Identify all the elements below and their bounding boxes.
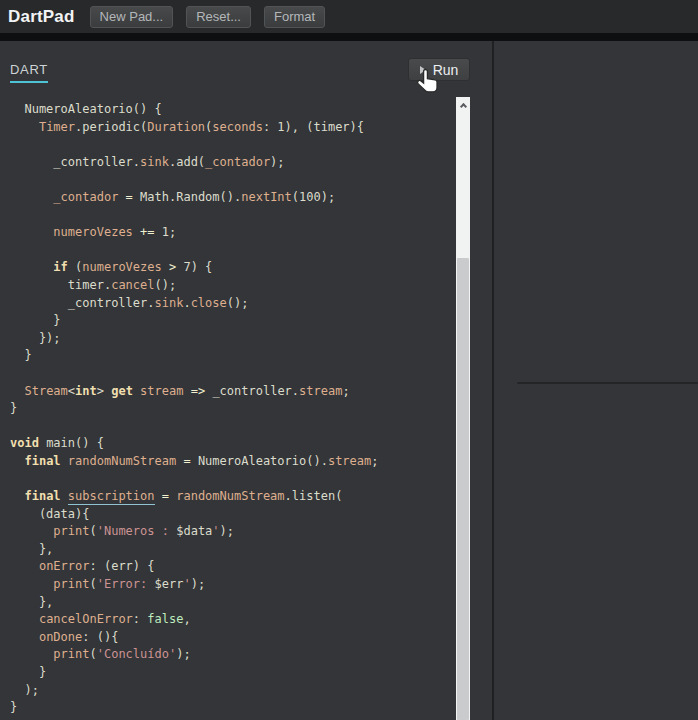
format-button[interactable]: Format — [264, 6, 325, 28]
code-line — [10, 418, 450, 436]
code-line: } — [10, 664, 450, 682]
code-editor[interactable]: NumeroAleatorio() { Timer.periodic(Durat… — [10, 101, 450, 717]
code-line: numeroVezes += 1; — [10, 224, 450, 242]
code-line: void main() { — [10, 435, 450, 453]
code-line: print('Numeros : $data'); — [10, 523, 450, 541]
code-line: timer.cancel(); — [10, 277, 450, 295]
workspace: DART Run NumeroAleatorio() { Timer.perio… — [0, 41, 698, 720]
code-line: } — [10, 312, 450, 330]
code-line: final randomNumStream = NumeroAleatorio(… — [10, 453, 450, 471]
code-line: _controller.sink.close(); — [10, 295, 450, 313]
code-line — [10, 470, 450, 488]
code-line: print('Concluído'); — [10, 646, 450, 664]
code-line: Timer.periodic(Duration(seconds: 1), (ti… — [10, 119, 450, 137]
code-line: _controller.sink.add(_contador); — [10, 154, 450, 172]
code-line — [10, 136, 450, 154]
code-line: ); — [10, 682, 450, 700]
scrollbar-thumb[interactable] — [457, 258, 469, 720]
scroll-up-button[interactable] — [456, 97, 470, 112]
code-line — [10, 171, 450, 189]
code-line: (data){ — [10, 506, 450, 524]
code-line — [10, 242, 450, 260]
code-line: }, — [10, 541, 450, 559]
code-line: if (numeroVezes > 7) { — [10, 259, 450, 277]
code-line: }); — [10, 330, 450, 348]
output-panel — [494, 41, 698, 720]
chevron-up-icon — [459, 102, 466, 109]
reset-button[interactable]: Reset... — [186, 6, 251, 28]
new-pad-button[interactable]: New Pad... — [90, 6, 174, 28]
code-line: _contador = Math.Random().nextInt(100); — [10, 189, 450, 207]
play-icon — [420, 66, 426, 74]
app-title: DartPad — [8, 7, 75, 27]
code-line: onError: (err) { — [10, 558, 450, 576]
code-line: } — [10, 347, 450, 365]
editor-scrollbar[interactable] — [456, 97, 470, 720]
code-line: NumeroAleatorio() { — [10, 101, 450, 119]
tab-dart[interactable]: DART — [10, 62, 48, 83]
code-line: print('Error: $err'); — [10, 576, 450, 594]
code-line: } — [10, 400, 450, 418]
code-line: cancelOnError: false, — [10, 611, 450, 629]
code-line: } — [10, 699, 450, 717]
app-header: DartPad New Pad... Reset... Format — [0, 0, 698, 33]
code-line — [10, 207, 450, 225]
run-button[interactable]: Run — [408, 58, 470, 81]
code-line: Stream<int> get stream => _controller.st… — [10, 383, 450, 401]
code-line: }, — [10, 594, 450, 612]
header-separator — [0, 33, 698, 41]
code-line: final subscription = randomNumStream.lis… — [10, 488, 450, 506]
code-line: onDone: (){ — [10, 629, 450, 647]
code-line — [10, 365, 450, 383]
output-divider — [517, 382, 698, 384]
run-button-label: Run — [433, 62, 459, 78]
